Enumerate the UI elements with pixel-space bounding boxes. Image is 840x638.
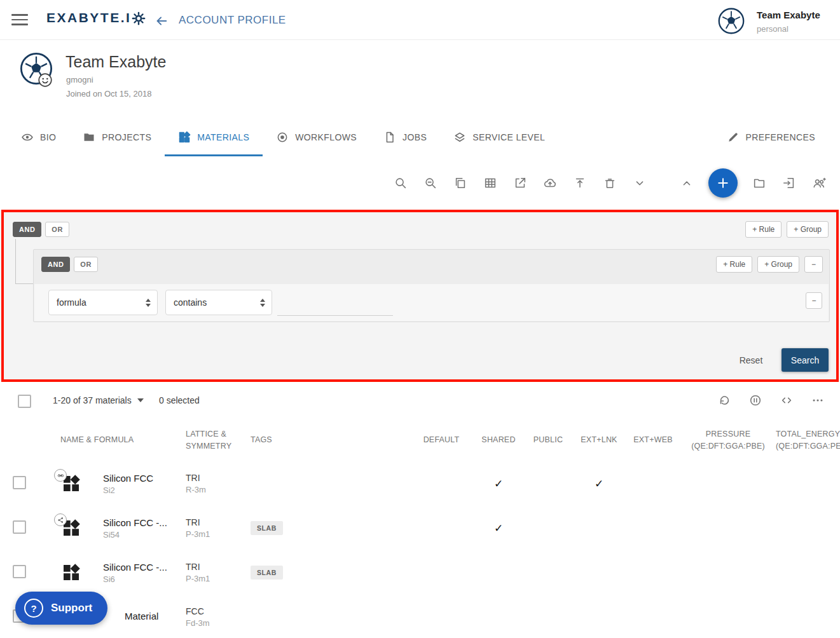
profile-face-badge-icon	[38, 73, 52, 87]
outer-and-button[interactable]: AND	[13, 222, 41, 237]
group-add-rule-button[interactable]: + Rule	[716, 256, 752, 273]
tab-jobs[interactable]: JOBS	[370, 118, 440, 156]
page-title: ACCOUNT PROFILE	[179, 14, 286, 27]
tag-chip[interactable]: SLAB	[251, 521, 283, 535]
material-symmetry: Fd-3m	[186, 618, 251, 628]
back-arrow-icon[interactable]	[153, 13, 170, 29]
menu-icon[interactable]	[11, 12, 28, 27]
shared-check: ✓	[473, 522, 524, 535]
table-row[interactable]: Silicon FCC Si2 TRI R-3m ✓ ✓	[0, 461, 840, 506]
support-button[interactable]: ? Support	[15, 592, 107, 625]
tag-chip[interactable]: SLAB	[251, 566, 283, 580]
query-builder-group: AND OR + Rule + Group − formula contains…	[33, 249, 830, 322]
material-formula: Si6	[103, 574, 186, 584]
reset-button[interactable]: Reset	[728, 348, 774, 372]
team-avatar[interactable]	[717, 7, 745, 35]
table-row[interactable]: Silicon FCC -... Si54 TRI P-3m1 SLAB ✓	[0, 506, 840, 551]
pagination-dropdown[interactable]: 1-20 of 37 materials	[53, 395, 144, 405]
zoom-out-search-icon[interactable]	[422, 175, 439, 191]
header-ext-lnk[interactable]: EXT+LNK	[572, 434, 626, 446]
material-name[interactable]: Silicon FCC -...	[103, 562, 186, 573]
pause-circle-icon[interactable]	[747, 392, 764, 409]
rule-field-select[interactable]: formula	[48, 290, 158, 315]
material-name[interactable]: Silicon FCC -...	[103, 517, 186, 528]
code-icon[interactable]	[778, 392, 795, 409]
chevron-down-icon[interactable]	[631, 175, 648, 191]
material-lattice: TRI	[186, 473, 251, 483]
upload-icon[interactable]	[572, 175, 588, 191]
rule-remove-button[interactable]: −	[806, 292, 822, 309]
header-name-formula[interactable]: NAME & FORMULA	[39, 434, 186, 446]
material-symmetry: P-3m1	[186, 574, 251, 583]
exabyte-logo[interactable]: EXABYTE.I	[46, 10, 146, 25]
topbar-user-context: personal	[757, 24, 788, 34]
row-checkbox[interactable]	[13, 565, 26, 578]
tab-service-level[interactable]: SERVICE LEVEL	[440, 118, 558, 156]
header-total-energy[interactable]: TOTAL_ENERGY (QE:DFT:GGA:PE	[776, 428, 840, 453]
tab-label: SERVICE LEVEL	[472, 132, 545, 142]
table-grid-icon[interactable]	[482, 175, 499, 191]
outer-or-button[interactable]: OR	[45, 222, 69, 237]
query-builder-panel: AND OR + Rule + Group AND OR + Rule + Gr…	[0, 210, 840, 382]
header-shared[interactable]: SHARED	[473, 434, 524, 446]
row-checkbox[interactable]	[13, 520, 26, 534]
outer-add-rule-button[interactable]: + Rule	[745, 221, 781, 238]
tab-label: JOBS	[403, 132, 427, 142]
header-pressure[interactable]: PRESSURE (QE:DFT:GGA:PBE)	[680, 428, 776, 453]
select-all-checkbox[interactable]	[18, 395, 31, 408]
chevron-up-icon[interactable]	[678, 175, 695, 191]
cloud-upload-icon[interactable]	[542, 175, 558, 191]
rule-field-value: formula	[57, 297, 139, 308]
tab-materials[interactable]: MATERIALS	[165, 118, 263, 156]
table-header: NAME & FORMULA LATTICE & SYMMETRY TAGS D…	[0, 419, 840, 462]
import-icon[interactable]	[781, 175, 797, 191]
add-material-button[interactable]	[708, 168, 738, 198]
trash-icon[interactable]	[602, 175, 618, 191]
rule-operator-select[interactable]: contains	[165, 290, 272, 315]
pencil-icon	[727, 131, 740, 144]
material-lattice: TRI	[186, 517, 251, 527]
plus-icon	[717, 177, 729, 189]
header-public[interactable]: PUBLIC	[524, 434, 572, 446]
selected-count: 0 selected	[159, 395, 200, 405]
search-button[interactable]: Search	[781, 348, 829, 372]
tab-label: PREFERENCES	[746, 132, 815, 142]
header-default[interactable]: DEFAULT	[410, 434, 473, 446]
material-symmetry: R-3m	[186, 485, 251, 494]
header-lattice-symmetry[interactable]: LATTICE & SYMMETRY	[186, 428, 251, 453]
group-and-button[interactable]: AND	[41, 257, 70, 272]
tab-bio[interactable]: BIO	[8, 118, 69, 156]
material-name[interactable]: Material	[125, 611, 186, 621]
material-formula: Si54	[103, 530, 186, 540]
tab-workflows[interactable]: WORKFLOWS	[263, 118, 370, 156]
refresh-icon[interactable]	[716, 392, 733, 409]
group-remove-button[interactable]: −	[804, 256, 823, 273]
folder-outline-icon[interactable]	[751, 175, 768, 191]
select-arrows-icon	[260, 299, 265, 307]
header-tags[interactable]: TAGS	[251, 434, 410, 446]
outer-add-group-button[interactable]: + Group	[787, 221, 829, 238]
widgets-icon	[178, 131, 191, 144]
copy-icon[interactable]	[452, 175, 469, 191]
group-or-button[interactable]: OR	[74, 257, 98, 272]
header-ext-web[interactable]: EXT+WEB	[626, 434, 680, 446]
material-name[interactable]: Silicon FCC	[103, 473, 186, 484]
preferences-button[interactable]: PREFERENCES	[713, 118, 829, 156]
material-icon	[61, 562, 81, 583]
app-window: EXABYTE.I ACCOUNT PROFILE	[0, 0, 840, 638]
row-checkbox[interactable]	[13, 476, 26, 489]
search-icon[interactable]	[392, 175, 409, 191]
more-horizontal-icon[interactable]	[809, 392, 826, 409]
tree-connector	[15, 239, 33, 284]
open-in-new-icon[interactable]	[512, 175, 528, 191]
tab-projects[interactable]: PROJECTS	[69, 118, 165, 156]
rule-value-input[interactable]	[277, 290, 393, 316]
document-icon	[383, 131, 396, 144]
topbar-user-name: Team Exabyte	[757, 10, 820, 20]
material-icon	[61, 473, 81, 494]
table-row[interactable]: Material FCC Fd-3m	[0, 595, 840, 638]
group-add-group-button[interactable]: + Group	[757, 256, 799, 273]
table-row[interactable]: Silicon FCC -... Si6 TRI P-3m1 SLAB	[0, 550, 840, 595]
group-add-icon[interactable]	[811, 175, 827, 191]
profile-username: gmogni	[66, 75, 93, 85]
